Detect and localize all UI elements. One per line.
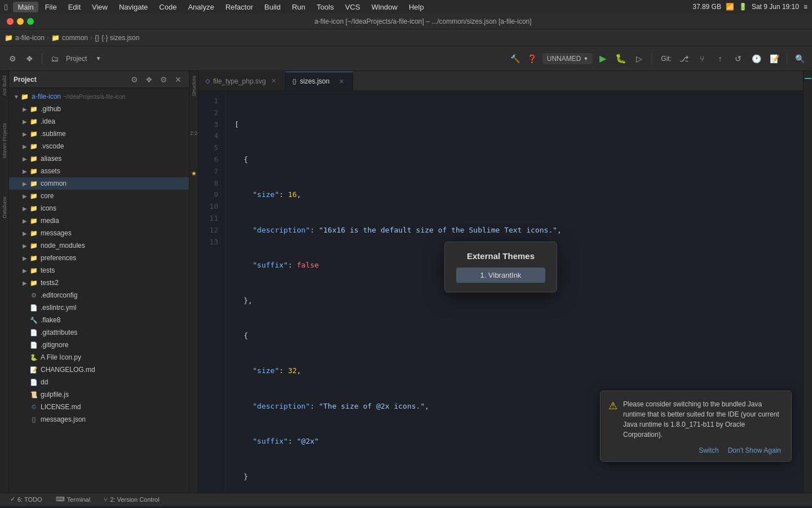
themes-popup-item-vibrantink[interactable]: 1. VibrantInk (456, 268, 545, 283)
tree-item-flake8[interactable]: ▶ 🔧 .flake8 (9, 314, 189, 326)
wifi-icon: 📶 (726, 3, 734, 11)
structure-panel-tab[interactable]: Structure (191, 76, 197, 97)
tree-item-icons[interactable]: ▶ 📁 icons (9, 202, 189, 214)
dont-show-again-button[interactable]: Don't Show Again (726, 445, 783, 456)
gitignore-file-icon: 📄 (29, 340, 38, 349)
git-branch-icon[interactable]: ⑂ (694, 51, 710, 67)
tree-item-gitignore[interactable]: ▶ 📄 .gitignore (9, 339, 189, 351)
configuration-dropdown[interactable]: UNNAMED ▼ (542, 53, 593, 64)
activity-database[interactable]: Database (2, 196, 7, 218)
editor-tabs: ◇ file_type_php.svg ✕ {} sizes.json ✕ (198, 71, 803, 91)
search-everywhere-icon[interactable]: 🔍 (792, 51, 807, 67)
menu-run[interactable]: Run (288, 2, 310, 12)
hammer-icon[interactable]: 🔨 (508, 51, 523, 67)
git-revert-icon[interactable]: ↺ (730, 51, 746, 67)
tree-item-eslintrc[interactable]: ▶ 📄 .eslintrc.yml (9, 301, 189, 314)
git-push-icon[interactable]: ↑ (712, 51, 728, 67)
close-button[interactable] (7, 18, 14, 25)
tree-item-messages-json[interactable]: ▶ {} messages.json (9, 413, 189, 426)
tree-item-aliases[interactable]: ▶ 📁 aliases (9, 152, 189, 165)
activity-build[interactable]: Ant Build (2, 76, 7, 96)
menu-edit[interactable]: Edit (64, 2, 85, 12)
tree-item-preferences[interactable]: ▶ 📁 preferences (9, 252, 189, 264)
terminal-tab[interactable]: ⌨ Terminal (50, 494, 96, 504)
menu-help[interactable]: Help (404, 2, 429, 12)
apple-menu[interactable]:  (5, 2, 7, 12)
project-settings-icon[interactable]: ⚙ (157, 73, 170, 86)
tests-folder-icon: 📁 (29, 266, 38, 275)
menu-main[interactable]: Main (13, 2, 38, 12)
todo-tab[interactable]: ✓ 6: TODO (5, 494, 48, 504)
switch-button[interactable]: Switch (696, 445, 721, 456)
tree-item-editorconfig[interactable]: ▶ ⚙ .editorconfig (9, 289, 189, 301)
maximize-button[interactable] (27, 18, 34, 25)
tree-item-gulpfile[interactable]: ▶ 📜 gulpfile.js (9, 388, 189, 401)
notification-popup: ⚠ Please consider switching to the bundl… (600, 391, 792, 462)
tree-item-messages[interactable]: ▶ 📁 messages (9, 227, 189, 239)
project-layout-icon[interactable]: ❖ (143, 73, 155, 86)
menu-refactor[interactable]: Refactor (221, 2, 258, 12)
tab-file-type-php-svg[interactable]: ◇ file_type_php.svg ✕ (198, 72, 285, 90)
question-icon[interactable]: ❓ (524, 51, 540, 67)
menu-navigate[interactable]: Navigate (114, 2, 152, 12)
menu-file[interactable]: File (41, 2, 61, 12)
git-annotate-icon[interactable]: 📝 (766, 51, 782, 67)
menu-tools[interactable]: Tools (312, 2, 338, 12)
vscode-folder-icon: 📁 (29, 142, 38, 151)
tree-item-node-modules[interactable]: ▶ 📁 node_modules (9, 239, 189, 252)
debug-icon[interactable]: 🐛 (613, 51, 629, 67)
tree-item-github[interactable]: ▶ 📁 .github (9, 103, 189, 115)
git-history-icon[interactable]: 🕐 (748, 51, 764, 67)
tree-item-assets[interactable]: ▶ 📁 assets (9, 165, 189, 177)
favorites-icon[interactable]: ★ (191, 170, 197, 177)
tree-item-gitattributes[interactable]: ▶ 📄 .gitattributes (9, 326, 189, 339)
project-close-icon[interactable]: ✕ (172, 73, 184, 86)
tree-item-common[interactable]: ▶ 📁 common (9, 177, 189, 190)
run-coverage-icon[interactable]: ▷ (631, 51, 647, 67)
menu-view[interactable]: View (87, 2, 112, 12)
breadcrumb-part-3[interactable]: {·} sizes.json (102, 34, 139, 42)
chevron-down-icon[interactable]: ▼ (90, 51, 106, 67)
project-icon[interactable]: 🗂 (47, 51, 63, 67)
tab-sizes-json[interactable]: {} sizes.json ✕ (285, 72, 353, 90)
tab-file-type-php-svg-close[interactable]: ✕ (269, 77, 278, 86)
git-update-icon[interactable]: ⎇ (676, 51, 692, 67)
tree-item-sublime[interactable]: ▶ 📁 .sublime (9, 128, 189, 140)
project-gear-icon[interactable]: ⚙ (128, 73, 140, 86)
settings-icon[interactable]: ⚙ (5, 51, 20, 67)
right-sidebar-indicator[interactable] (805, 78, 811, 79)
tree-item-media[interactable]: ▶ 📁 media (9, 214, 189, 227)
tree-item-idea[interactable]: ▶ 📁 .idea (9, 115, 189, 128)
version-control-icon: ⑂ (104, 496, 108, 503)
menu-analyze[interactable]: Analyze (183, 2, 218, 12)
line-num-10: 10 (198, 201, 225, 213)
notification-content: ⚠ Please consider switching to the bundl… (608, 399, 783, 440)
z2-label[interactable]: Z:2 (190, 130, 197, 136)
tree-item-changelog[interactable]: ▶ 📝 CHANGELOG.md (9, 364, 189, 376)
messages-arrow-icon: ▶ (23, 230, 29, 237)
tab-sizes-json-close[interactable]: ✕ (337, 77, 346, 86)
themes-popup: External Themes 1. VibrantInk (444, 242, 557, 292)
breadcrumb-part-1[interactable]: a-file-icon (15, 34, 45, 42)
activity-maven[interactable]: Maven Projects (2, 123, 7, 158)
menu-build[interactable]: Build (260, 2, 285, 12)
tree-item-license[interactable]: ▶ © LICENSE.md (9, 401, 189, 413)
tree-item-core[interactable]: ▶ 📁 core (9, 190, 189, 202)
run-button[interactable]: ▶ (595, 51, 611, 67)
core-arrow-icon: ▶ (23, 193, 29, 199)
tree-item-tests[interactable]: ▶ 📁 tests (9, 264, 189, 277)
tree-item-tests2[interactable]: ▶ 📁 tests2 (9, 277, 189, 289)
menubar-lines-icon: ≡ (804, 3, 807, 11)
tree-root[interactable]: ▼ 📁 a-file-icon ~/IdeaProjects/a-file-ic… (9, 90, 189, 103)
tree-item-afileicon[interactable]: ▶ 🐍 A File Icon.py (9, 351, 189, 364)
version-control-tab[interactable]: ⑂ 2: Version Control (98, 495, 165, 504)
menu-vcs[interactable]: VCS (341, 2, 365, 12)
breadcrumb-part-2[interactable]: common (62, 34, 88, 42)
structure-icon[interactable]: ❖ (21, 51, 37, 67)
menu-code[interactable]: Code (155, 2, 181, 12)
minimize-button[interactable] (17, 18, 24, 25)
tree-item-dd[interactable]: ▶ 📄 dd (9, 376, 189, 388)
menu-window[interactable]: Window (367, 2, 402, 12)
tests-label: tests (41, 266, 55, 274)
tree-item-vscode[interactable]: ▶ 📁 .vscode (9, 140, 189, 152)
